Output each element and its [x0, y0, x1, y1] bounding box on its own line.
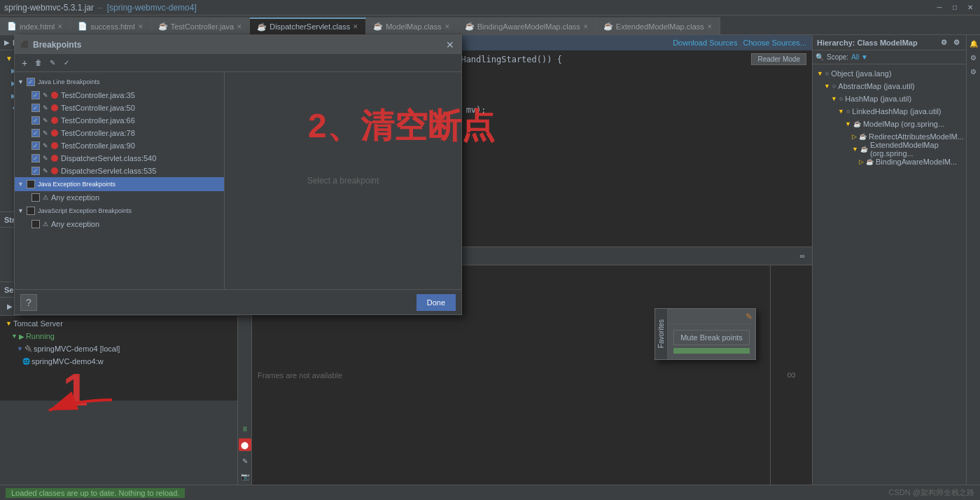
hier-item-extendedmodelmap[interactable]: ▼ ☕ ExtendedModelMap (org.spring...	[813, 143, 966, 155]
tab-close-icon[interactable]: ✕	[583, 23, 589, 30]
tab-close-icon[interactable]: ✕	[444, 23, 450, 30]
help-button[interactable]: ?	[20, 294, 37, 311]
bp-section-checkbox[interactable]: ✓	[27, 78, 35, 86]
bp-edit-icon[interactable]: ✎	[47, 57, 58, 69]
bp-section-expand: ▼	[18, 78, 24, 85]
hier-item-linkedhashmap[interactable]: ▼ ○ LinkedHashMap (java.util)	[813, 105, 966, 118]
infinity-icon[interactable]: ∞	[786, 370, 797, 381]
tab-dispatcherservlet-class[interactable]: ☕ DispatcherServlet.class ✕	[250, 18, 366, 34]
close-icon[interactable]: ✕	[965, 2, 976, 13]
bp-item-ds540[interactable]: ✓ ✎ DispatcherServlet.class:540	[15, 152, 224, 165]
right-icon3[interactable]: ⚙	[968, 66, 979, 77]
bp-checkbox[interactable]: ✓	[31, 91, 40, 99]
bp-item-tc35[interactable]: ✓ ✎ TestController.java:35	[15, 89, 224, 102]
bp-section-js-exception[interactable]: ▼ JavaScript Exception Breakpoints	[15, 204, 224, 218]
reader-mode-button[interactable]: Reader Mode	[751, 53, 806, 65]
tab-success-html[interactable]: 📄 success.html ✕	[71, 18, 151, 34]
tab-bindingawaremodelmap-class[interactable]: ☕ BindingAwareModelMap.class ✕	[458, 18, 596, 34]
bp-section-java-exception[interactable]: ▼ Java Exception Breakpoints	[15, 177, 224, 191]
bp-item-tc90[interactable]: ✓ ✎ TestController.java:90	[15, 139, 224, 152]
tab-extendedmodelmap-class[interactable]: ☕ ExtendedModelMap.class ✕	[596, 18, 720, 34]
hier-item-object[interactable]: ▼ ○ Object (java.lang)	[813, 67, 966, 80]
bp-item-tc78[interactable]: ✓ ✎ TestController.java:78	[15, 127, 224, 139]
breakpoints-list: ▼ ✓ Java Line Breakpoints ✓ ✎ TestContro…	[15, 72, 225, 289]
right-sidebar: Hierarchy: Class ModelMap ⚙ ⚙ 🔍 Scope: A…	[812, 35, 966, 485]
right-icon2[interactable]: ⚙	[968, 52, 979, 63]
camera-icon[interactable]: 📷	[239, 471, 251, 482]
tab-modelmap-class[interactable]: ☕ ModelMap.class ✕	[366, 18, 457, 34]
scope-all-link[interactable]: All ▼	[851, 53, 868, 61]
tab-close-icon[interactable]: ✕	[353, 23, 358, 30]
hier-item-modelmap[interactable]: ▼ ☕ ModelMap (org.spring...	[813, 118, 966, 130]
hierarchy-icon1[interactable]: ⚙	[938, 37, 949, 48]
bp-item-any-exception-js[interactable]: ⚠ Any exception	[15, 218, 224, 230]
tree-label: springMVC-demo4 [local]	[34, 345, 120, 353]
tab-bar: 📄 index.html ✕ 📄 success.html ✕ ☕ TestCo…	[0, 15, 980, 35]
download-sources-link[interactable]: Download Sources	[673, 39, 737, 47]
svc-running[interactable]: ▼ ▶ Running	[0, 330, 237, 342]
tab-close-icon[interactable]: ✕	[138, 23, 144, 30]
breakpoints-dialog[interactable]: ⬛ Breakpoints ✕ + 🗑 ✎ ✓ ▼ ✓ Java Line Br…	[14, 35, 462, 315]
bp-item-any-exception-java[interactable]: ⚠ Any exception	[15, 191, 224, 204]
hier-item-hashmap[interactable]: ▼ ○ HashMap (java.util)	[813, 92, 966, 105]
hier-item-bindingaware[interactable]: ▷ ☕ BindingAwareModelM...	[813, 155, 966, 168]
tree-label: springMVC-demo4:w	[31, 357, 104, 366]
edit-icon[interactable]: ✎	[239, 455, 251, 466]
dialog-footer: ? Done	[15, 289, 461, 314]
tab-index-html[interactable]: 📄 index.html ✕	[0, 18, 71, 34]
tab-close-icon[interactable]: ✕	[707, 23, 713, 30]
svc-tomcat-server[interactable]: ▼ Tomcat Server	[0, 317, 237, 330]
bp-label: TestController.java:90	[61, 141, 135, 150]
tab-testcontroller-java[interactable]: ☕ TestController.java ✕	[151, 18, 251, 34]
hier-label: RedirectAttributesModelM...	[869, 132, 964, 141]
bp-dot	[51, 92, 58, 99]
hierarchy-panel-header: Hierarchy: Class ModelMap ⚙ ⚙	[813, 35, 966, 50]
dialog-body: ▼ ✓ Java Line Breakpoints ✓ ✎ TestContro…	[15, 72, 461, 289]
bp-label: DispatcherServlet.class:540	[61, 154, 156, 162]
bp-label: Any exception	[51, 220, 99, 228]
frames-icon[interactable]: ∞	[797, 251, 808, 262]
bp-enable-icon[interactable]: ✓	[61, 57, 72, 69]
pause-icon[interactable]: ⏸	[239, 423, 251, 434]
dialog-close-button[interactable]: ✕	[444, 39, 456, 50]
app-title: spring-webmvc-5.3.1.jar	[4, 3, 94, 13]
bp-item-tc50[interactable]: ✓ ✎ TestController.java:50	[15, 102, 224, 114]
debugger-right: ∞	[770, 265, 812, 485]
bp-item-ds535[interactable]: ✓ ✎ DispatcherServlet.class:535	[15, 165, 224, 177]
services-body: ▼ Tomcat Server ▼ ▶ Running ▼ 🔌 springMV…	[0, 316, 237, 401]
tree-label: Tomcat Server	[13, 319, 63, 328]
minimize-icon[interactable]: ─	[934, 2, 945, 13]
breakpoints-detail: Select a breakpoint	[225, 72, 461, 289]
status-badge: Loaded classes are up to date. Nothing t…	[6, 488, 185, 498]
clear-bp-icon[interactable]: ⬤	[239, 438, 251, 451]
folder-icon: ▼	[6, 55, 13, 62]
svc-demo4-w[interactable]: 🌐 springMVC-demo4:w	[0, 355, 237, 368]
bp-label: TestController.java:66	[61, 116, 135, 125]
hier-label: BindingAwareModelM...	[876, 158, 957, 166]
choose-sources-link[interactable]: Choose Sources...	[743, 39, 807, 47]
tab-close-icon[interactable]: ✕	[57, 23, 63, 30]
dialog-title: Breakpoints	[33, 40, 81, 50]
hier-label: AbstractMap (java.util)	[838, 82, 914, 90]
bp-label: TestController.java:35	[61, 91, 135, 99]
tab-close-icon[interactable]: ✕	[237, 23, 242, 30]
bp-label: DispatcherServlet.class:535	[61, 167, 156, 175]
right-icon-bar: 🔔 ⚙ ⚙	[966, 35, 980, 485]
done-button[interactable]: Done	[416, 294, 456, 311]
bp-label: Any exception	[51, 193, 99, 202]
bp-item-tc66[interactable]: ✓ ✎ TestController.java:66	[15, 114, 224, 127]
bp-icon: ⬛	[20, 41, 29, 48]
bp-label: TestController.java:78	[61, 129, 135, 137]
bp-add-icon[interactable]: +	[19, 57, 30, 69]
svc-demo4-local[interactable]: ▼ 🔌 springMVC-demo4 [local]	[0, 342, 237, 355]
bp-section-java-line[interactable]: ▼ ✓ Java Line Breakpoints	[15, 75, 224, 89]
tree-label: Running	[26, 332, 55, 340]
hier-label: HashMap (java.util)	[845, 95, 911, 103]
dialog-toolbar: + 🗑 ✎ ✓	[15, 54, 461, 72]
frames-empty-label: Frames are not available	[258, 371, 342, 380]
hier-item-abstractmap[interactable]: ▼ ○ AbstractMap (java.util)	[813, 80, 966, 92]
right-icon1[interactable]: 🔔	[968, 38, 979, 49]
bp-delete-icon[interactable]: 🗑	[33, 57, 44, 69]
maximize-icon[interactable]: □	[949, 2, 960, 13]
hierarchy-icon2[interactable]: ⚙	[951, 37, 962, 48]
